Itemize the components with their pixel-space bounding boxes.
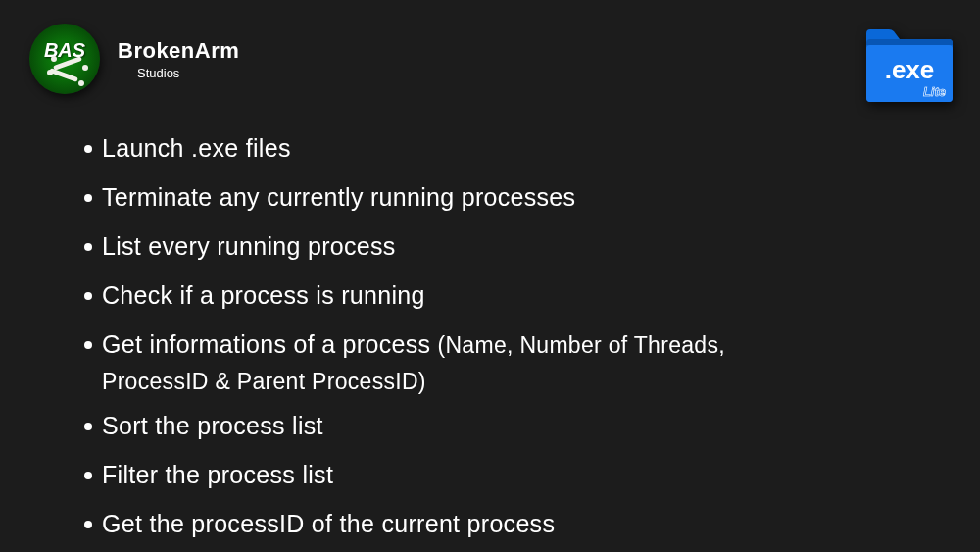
feature-text: Terminate any currently running processe… (102, 183, 575, 211)
list-item: Sort the process list (84, 407, 941, 444)
feature-text: Sort the process list (102, 412, 323, 439)
list-item: Launch .exe files (84, 129, 941, 167)
list-item: Get the processID of the current process (84, 505, 941, 542)
exe-icon-badge: Lite (923, 84, 946, 99)
bullet-icon (84, 194, 92, 202)
bones-icon (49, 63, 88, 92)
bullet-icon (84, 292, 92, 300)
list-item: Get informations of a process (Name, Num… (84, 326, 941, 363)
bullet-icon (84, 243, 92, 251)
bullet-icon (84, 341, 92, 349)
bullet-icon (84, 145, 92, 153)
feature-detail-continued: ProcessID & Parent ProcessID) (102, 369, 941, 395)
feature-text: Get informations of a process (102, 330, 430, 358)
feature-text: Launch .exe files (102, 134, 291, 162)
feature-list: Launch .exe files Terminate any currentl… (84, 129, 941, 552)
feature-text: List every running process (102, 232, 396, 260)
bullet-icon (84, 472, 92, 479)
feature-detail: (Name, Number of Threads, (438, 332, 725, 358)
brand-name: BrokenArm (118, 38, 239, 64)
list-item: Filter the process list (84, 456, 941, 493)
bullet-icon (84, 521, 92, 528)
list-item: Terminate any currently running processe… (84, 178, 941, 216)
exe-folder-icon: .exe Lite (860, 18, 958, 110)
list-item: Check if a process is running (84, 276, 941, 314)
brand-header: BAS BrokenArm Studios (29, 24, 239, 94)
bullet-icon (84, 423, 92, 430)
feature-text: Filter the process list (102, 461, 333, 488)
brand-subtitle: Studios (137, 66, 239, 80)
list-item: List every running process (84, 227, 941, 265)
brand-text-block: BrokenArm Studios (118, 38, 239, 80)
bas-logo-icon: BAS (29, 24, 100, 94)
exe-icon-label: .exe (885, 55, 935, 84)
feature-text: Get the processID of the current process (102, 510, 555, 537)
feature-text: Check if a process is running (102, 281, 425, 309)
